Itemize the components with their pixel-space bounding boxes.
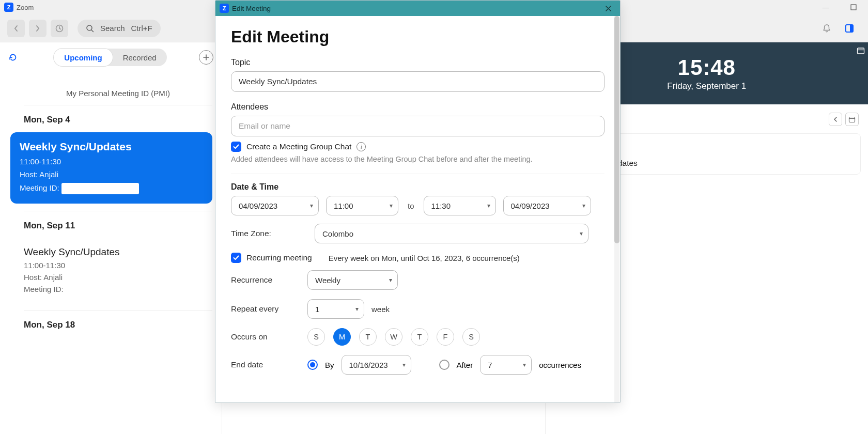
chevron-down-icon: ▾ [389,276,392,284]
group-chat-checkbox[interactable] [231,142,241,152]
panel-toggle-button[interactable] [842,21,857,36]
meetings-sidebar: Upcoming Recorded My Personal Meeting ID… [0,42,222,434]
agenda-prev-button[interactable] [829,113,842,126]
day-thu[interactable]: T [411,328,428,346]
notifications-button[interactable] [819,21,834,36]
meeting-time: 11:00-11:30 [20,157,203,166]
day-sun[interactable]: S [307,328,325,346]
svg-rect-0 [851,5,856,10]
start-time-picker[interactable]: 11:00 ▾ [326,196,398,215]
refresh-icon [8,53,18,62]
end-date-label: End date [231,360,307,369]
start-date-picker[interactable]: 04/09/2023 ▾ [231,196,319,215]
end-by-label: By [325,361,334,369]
end-after-value: 7 [488,361,492,369]
end-time-picker[interactable]: 11:30 ▾ [424,196,496,215]
app-name: Zoom [17,4,34,11]
divider [24,211,212,211]
tab-upcoming[interactable]: Upcoming [54,49,112,66]
dialog-title: Edit Meeting [232,5,271,12]
chevron-down-icon: ▾ [580,230,583,237]
day-picker: S M T W T F S [307,328,605,346]
date-header: Mon, Sep 11 [24,221,212,231]
agenda-calendar-button[interactable] [845,113,859,126]
check-icon [233,255,239,260]
refresh-button[interactable] [8,53,22,62]
day-wed[interactable]: W [385,328,402,346]
close-icon [605,5,612,12]
recurring-label: Recurring meeting [246,253,312,262]
recurrence-value: Weekly [315,276,340,285]
divider [24,310,212,311]
meeting-title: Weekly Sync/Updates [20,141,203,153]
window-maximize-button[interactable] [846,0,861,14]
recurring-checkbox[interactable] [231,253,241,263]
svg-rect-6 [849,117,855,122]
calendar-icon [848,116,856,123]
nav-forward-button[interactable] [29,20,47,37]
svg-rect-5 [858,48,864,54]
occurs-on-label: Occurs on [231,332,307,342]
meeting-id-redacted [61,183,139,194]
chevron-down-icon: ▾ [523,361,526,368]
end-after-radio[interactable] [439,360,450,370]
zoom-app-icon: Z [4,3,13,12]
search-box[interactable]: Search Ctrl+F [78,20,161,37]
window-minimize-button[interactable]: — [818,0,833,14]
end-by-radio[interactable] [307,360,318,370]
attendees-input[interactable] [231,116,605,136]
search-icon [86,24,94,33]
tab-recorded[interactable]: Recorded [113,49,167,66]
to-label: to [406,202,416,210]
recurring-summary: Every week on Mon, until Oct 16, 2023, 6… [329,254,520,262]
timezone-value: Colombo [322,229,353,238]
day-sat[interactable]: S [462,328,480,346]
new-meeting-button[interactable] [199,50,213,65]
window-controls: — [818,0,866,14]
chevron-down-icon: ▾ [402,361,406,368]
day-fri[interactable]: F [437,328,454,346]
dialog-close-button[interactable] [600,1,616,16]
meeting-item-selected[interactable]: Weekly Sync/Updates 11:00-11:30 Host: An… [10,132,212,204]
topic-label: Topic [231,58,605,67]
end-date-picker[interactable]: 04/09/2023 ▾ [503,196,591,215]
dialog-heading: Edit Meeting [231,27,605,47]
plus-icon [203,54,210,61]
end-after-select[interactable]: 7 ▾ [480,355,532,375]
dialog-scrollbar-thumb[interactable] [614,16,619,243]
clock-date: Friday, September 1 [667,81,746,91]
end-by-date-picker[interactable]: 10/16/2023 ▾ [342,355,411,375]
meeting-id-label: Meeting ID: [20,183,59,192]
repeat-every-select[interactable]: 1 ▾ [307,299,364,319]
panel-icon [845,24,854,33]
pmi-label[interactable]: My Personal Meeting ID (PMI) [24,89,212,98]
chevron-down-icon: ▾ [355,305,359,313]
meeting-time: 11:00-11:30 [24,261,203,270]
repeat-unit: week [371,305,390,314]
timezone-select[interactable]: Colombo ▾ [315,224,588,243]
nav-history-button[interactable] [51,20,68,37]
topic-input[interactable] [231,71,605,92]
attendees-label: Attendees [231,102,605,112]
group-chat-label: Create a Meeting Group Chat [246,142,351,151]
recurrence-label: Recurrence [231,275,307,285]
day-tue[interactable]: T [359,328,377,346]
chevron-left-icon [833,117,838,122]
date-header: Mon, Sep 4 [24,115,212,125]
recurrence-select[interactable]: Weekly ▾ [307,270,398,290]
edit-meeting-dialog: Z Edit Meeting Edit Meeting Topic Attend… [215,0,621,403]
check-icon [233,144,239,149]
meeting-item[interactable]: Weekly Sync/Updates 11:00-11:30 Host: An… [10,238,212,303]
group-chat-help: Added attendees will have access to the … [231,155,605,163]
meetings-tabs: Upcoming Recorded [54,49,166,66]
day-mon[interactable]: M [333,328,351,346]
chevron-down-icon: ▾ [582,202,585,209]
calendar-add-icon[interactable] [857,47,866,56]
start-time-value: 11:00 [334,202,353,210]
repeat-every-label: Repeat every [231,304,307,314]
end-after-unit: occurrences [539,361,581,369]
info-icon[interactable]: i [357,142,366,151]
bell-icon [822,23,832,34]
start-date-value: 04/09/2023 [239,202,277,210]
nav-back-button[interactable] [7,20,25,37]
